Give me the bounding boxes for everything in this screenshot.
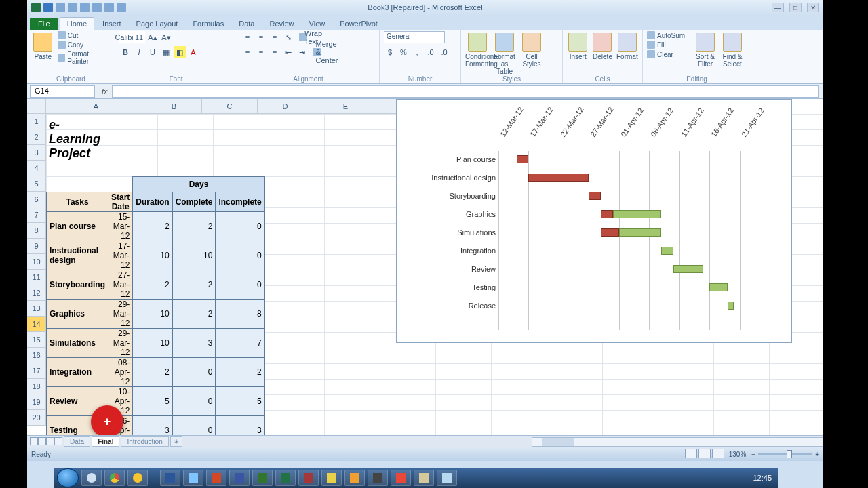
qat-icon[interactable] <box>117 3 126 12</box>
row-head-13[interactable]: 13 <box>27 301 46 317</box>
zoom-level[interactable]: 130% <box>729 451 747 458</box>
worksheet-grid[interactable]: ABCDEFGHIJKLM 12345678910111213141516171… <box>27 99 823 435</box>
table-row[interactable]: Plan course15-Mar-12220 <box>47 212 265 241</box>
taskbar-app[interactable] <box>344 470 365 486</box>
row-head-6[interactable]: 6 <box>27 192 46 207</box>
format-cells-button[interactable]: Format <box>616 31 638 60</box>
row-head-18[interactable]: 18 <box>27 379 46 394</box>
number-format-select[interactable]: General <box>384 31 445 43</box>
page-break-view-icon[interactable] <box>712 449 724 458</box>
taskbar-word[interactable] <box>160 470 180 486</box>
col-head-C[interactable]: C <box>202 99 258 114</box>
minimize-button[interactable]: — <box>772 3 784 12</box>
tab-home[interactable]: Home <box>60 17 94 30</box>
close-button[interactable]: ✕ <box>807 3 819 12</box>
sheet-nav[interactable] <box>30 437 62 447</box>
indent-dec-icon[interactable]: ⇤ <box>282 46 294 58</box>
border-button[interactable]: ▦ <box>160 46 172 58</box>
comma-icon[interactable]: , <box>411 46 423 58</box>
taskbar-powerpoint[interactable] <box>206 470 226 486</box>
view-buttons[interactable] <box>684 449 725 460</box>
next-sheet-icon[interactable] <box>46 437 54 445</box>
sheet-tab-introduction[interactable]: Introduction <box>121 436 168 447</box>
col-head-A[interactable]: A <box>46 99 146 114</box>
taskbar-app[interactable] <box>414 470 434 486</box>
format-as-table-button[interactable]: Format as Table <box>492 31 517 75</box>
row-head-17[interactable]: 17 <box>27 363 46 379</box>
zoom-in-icon[interactable]: + <box>815 451 819 458</box>
taskbar-app[interactable] <box>437 470 457 486</box>
tab-review[interactable]: Review <box>262 18 300 30</box>
row-head-14[interactable]: 14 <box>27 317 46 332</box>
row-head-4[interactable]: 4 <box>27 161 46 176</box>
table-row[interactable]: Integration08-Apr-12202 <box>47 358 265 387</box>
cut-button[interactable]: Cut <box>58 31 111 39</box>
tab-data[interactable]: Data <box>232 18 261 30</box>
font-color-button[interactable]: A <box>187 46 199 58</box>
page-layout-view-icon[interactable] <box>698 449 711 458</box>
sort-filter-button[interactable]: Sort & Filter <box>693 31 717 68</box>
taskbar-app[interactable] <box>368 470 388 486</box>
table-row[interactable]: Testing16-Apr-12303 <box>47 416 265 436</box>
fx-icon[interactable]: fx <box>98 87 112 96</box>
delete-cells-button[interactable]: Delete <box>591 31 613 60</box>
tab-powerpivot[interactable]: PowerPivot <box>333 18 384 30</box>
underline-button[interactable]: U <box>146 46 159 58</box>
italic-button[interactable]: I <box>133 46 145 58</box>
cell-a1-title[interactable]: e-Learning Project <box>49 118 100 161</box>
new-sheet-button[interactable]: ✶ <box>170 436 182 447</box>
first-sheet-icon[interactable] <box>30 437 38 445</box>
clock[interactable]: 12:45 <box>753 474 772 482</box>
qat-icon[interactable] <box>92 3 102 12</box>
row-head-15[interactable]: 15 <box>27 332 46 348</box>
last-sheet-icon[interactable] <box>54 437 62 445</box>
maximize-button[interactable]: □ <box>789 3 802 12</box>
taskbar-app[interactable] <box>321 470 342 486</box>
row-head-3[interactable]: 3 <box>27 145 46 161</box>
font-name-select[interactable]: Calibri <box>119 31 132 43</box>
taskbar-project[interactable] <box>252 470 273 486</box>
conditional-formatting-button[interactable]: Conditional Formatting <box>465 31 490 68</box>
col-head-D[interactable]: D <box>258 99 313 114</box>
row-head-2[interactable]: 2 <box>27 129 46 145</box>
row-head-7[interactable]: 7 <box>27 207 46 223</box>
row-head-9[interactable]: 9 <box>27 239 46 254</box>
formula-bar[interactable] <box>112 85 819 98</box>
row-head-20[interactable]: 20 <box>27 410 46 426</box>
file-tab[interactable]: File <box>30 18 58 30</box>
horizontal-scrollbar[interactable] <box>532 437 823 447</box>
qat-icon[interactable] <box>104 3 114 12</box>
gantt-chart[interactable]: 12-Mar-1217-Mar-1222-Mar-1227-Mar-1201-A… <box>396 99 792 343</box>
save-icon[interactable] <box>43 3 53 12</box>
row-head-1[interactable]: 1 <box>27 114 46 129</box>
tab-page-layout[interactable]: Page Layout <box>130 18 185 30</box>
taskbar-chrome[interactable] <box>104 470 125 486</box>
taskbar-app[interactable] <box>391 470 411 486</box>
normal-view-icon[interactable] <box>685 449 697 458</box>
copy-button[interactable]: Copy <box>58 41 111 49</box>
align-top-icon[interactable]: ≡ <box>241 31 254 43</box>
bold-button[interactable]: B <box>119 46 132 58</box>
undo-icon[interactable] <box>56 3 65 12</box>
orientation-icon[interactable]: ⤡ <box>282 31 294 43</box>
align-bot-icon[interactable]: ≡ <box>269 31 281 43</box>
tab-view[interactable]: View <box>302 18 332 30</box>
zoom-slider[interactable]: −+ <box>751 451 819 458</box>
table-row[interactable]: Graphics29-Mar-121028 <box>47 300 265 329</box>
row-head-16[interactable]: 16 <box>27 348 46 363</box>
tab-formulas[interactable]: Formulas <box>186 18 231 30</box>
table-row[interactable]: Review10-Apr-12505 <box>47 387 265 416</box>
tab-insert[interactable]: Insert <box>96 18 128 30</box>
row-head-12[interactable]: 12 <box>27 285 46 301</box>
align-left-icon[interactable]: ≡ <box>241 46 254 58</box>
row-head-11[interactable]: 11 <box>27 270 46 285</box>
row-head-8[interactable]: 8 <box>27 223 46 239</box>
project-table[interactable]: DaysTasksStart DateDurationCompleteIncom… <box>46 176 265 435</box>
find-select-button[interactable]: Find & Select <box>720 31 745 68</box>
fill-color-button[interactable]: ◧ <box>174 46 186 58</box>
redo-icon[interactable] <box>68 3 77 12</box>
row-head-5[interactable]: 5 <box>27 176 46 192</box>
percent-icon[interactable]: % <box>397 46 410 58</box>
inc-decimal-icon[interactable]: .0 <box>425 46 437 58</box>
prev-sheet-icon[interactable] <box>38 437 46 445</box>
